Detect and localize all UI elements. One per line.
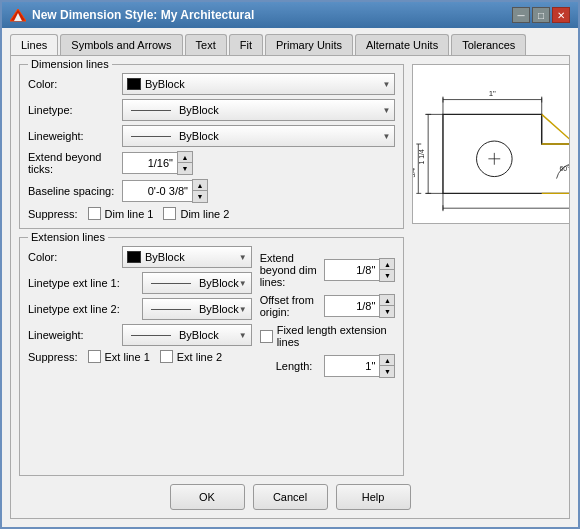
extend-dim-input[interactable] — [324, 259, 379, 281]
ext-line2-label: Ext line 2 — [177, 351, 222, 363]
offset-row: Offset from origin: ▲ ▼ — [260, 294, 396, 318]
baseline-row: Baseline spacing: ▲ ▼ — [28, 179, 395, 203]
ext-lw-preview — [131, 335, 171, 336]
ext-lt2-arrow: ▼ — [239, 305, 247, 314]
dim-line2-checkbox[interactable] — [163, 207, 176, 220]
extend-ticks-input[interactable] — [122, 152, 177, 174]
dialog-window: New Dimension Style: My Architectural ─ … — [0, 0, 580, 529]
svg-text:1 1/4: 1 1/4 — [419, 149, 426, 165]
tab-lines[interactable]: Lines — [10, 34, 58, 55]
help-button[interactable]: Help — [336, 484, 411, 510]
ext-right-panel: Extend beyond dim lines: ▲ ▼ — [260, 246, 396, 380]
baseline-input[interactable] — [122, 180, 192, 202]
svg-text:3/4: 3/4 — [413, 168, 416, 178]
ext-color-arrow: ▼ — [239, 253, 247, 262]
dim-line1-label: Dim line 1 — [105, 208, 154, 220]
tab-primary[interactable]: Primary Units — [265, 34, 353, 55]
ext-line2-checkbox-group: Ext line 2 — [160, 350, 222, 363]
dim-color-text: ByBlock — [127, 78, 185, 90]
offset-input[interactable] — [324, 295, 379, 317]
extend-ticks-spinbox: ▲ ▼ — [122, 151, 193, 175]
title-bar: New Dimension Style: My Architectural ─ … — [2, 2, 578, 28]
dim-lineweight-arrow: ▼ — [382, 132, 390, 141]
dim-color-row: Color: ByBlock ▼ — [28, 73, 395, 95]
extend-dim-label: Extend beyond dim lines: — [260, 252, 321, 288]
dim-lineweight-label: Lineweight: — [28, 130, 118, 142]
tab-text[interactable]: Text — [185, 34, 227, 55]
minimize-button[interactable]: ─ — [512, 7, 530, 23]
dim-line2-label: Dim line 2 — [180, 208, 229, 220]
fixed-length-checkbox-group: Fixed length extension lines — [260, 324, 396, 348]
tab-alternate[interactable]: Alternate Units — [355, 34, 449, 55]
color-swatch-black — [127, 78, 141, 90]
offset-spin-buttons: ▲ ▼ — [379, 294, 395, 318]
ext-lw-label: Lineweight: — [28, 329, 118, 341]
dialog-body: Lines Symbols and Arrows Text Fit Primar… — [2, 28, 578, 527]
extension-lines-section: Extension lines Color: — [19, 237, 404, 476]
ext-lt1-text: ByBlock — [147, 277, 239, 289]
lineweight-preview — [131, 136, 171, 137]
autocad-icon — [10, 7, 26, 23]
baseline-up[interactable]: ▲ — [193, 180, 207, 191]
extend-dim-row: Extend beyond dim lines: ▲ ▼ — [260, 252, 396, 288]
offset-label: Offset from origin: — [260, 294, 321, 318]
tab-symbols[interactable]: Symbols and Arrows — [60, 34, 182, 55]
ext-left: Color: ByBlock ▼ — [28, 246, 252, 380]
length-input[interactable] — [324, 355, 379, 377]
ext-lw-dropdown[interactable]: ByBlock ▼ — [122, 324, 252, 346]
dim-lines-label: Dimension lines — [28, 58, 112, 70]
ext-line2-checkbox[interactable] — [160, 350, 173, 363]
extend-ticks-down[interactable]: ▼ — [178, 163, 192, 174]
ok-button[interactable]: OK — [170, 484, 245, 510]
maximize-button[interactable]: □ — [532, 7, 550, 23]
ext-color-text: ByBlock — [127, 251, 185, 263]
close-button[interactable]: ✕ — [552, 7, 570, 23]
ext-lt2-text: ByBlock — [147, 303, 239, 315]
dim-line1-checkbox-group: Dim line 1 — [88, 207, 154, 220]
line-preview — [131, 110, 171, 111]
dim-color-dropdown[interactable]: ByBlock ▼ — [122, 73, 395, 95]
title-controls: ─ □ ✕ — [512, 7, 570, 23]
extend-ticks-spin-buttons: ▲ ▼ — [177, 151, 193, 175]
dim-line1-checkbox[interactable] — [88, 207, 101, 220]
dialog-title: New Dimension Style: My Architectural — [32, 8, 254, 22]
ext-lt1-label: Linetype ext line 1: — [28, 277, 138, 289]
ext-color-dropdown[interactable]: ByBlock ▼ — [122, 246, 252, 268]
tab-fit[interactable]: Fit — [229, 34, 263, 55]
dim-lineweight-dropdown[interactable]: ByBlock ▼ — [122, 125, 395, 147]
dim-suppress-label: Suppress: — [28, 208, 78, 220]
offset-up[interactable]: ▲ — [380, 295, 394, 306]
baseline-down[interactable]: ▼ — [193, 191, 207, 202]
ext-lines-label: Extension lines — [28, 231, 108, 243]
extend-dim-down[interactable]: ▼ — [380, 270, 394, 281]
dimension-lines-section: Dimension lines Color: ByBlock ▼ — [19, 64, 404, 229]
tab-tolerances[interactable]: Tolerances — [451, 34, 526, 55]
length-row: Length: ▲ ▼ — [260, 354, 396, 378]
ext-lt2-preview — [151, 309, 191, 310]
tab-content-lines: Dimension lines Color: ByBlock ▼ — [10, 55, 570, 519]
ext-lt1-row: Linetype ext line 1: ByBlock ▼ — [28, 272, 252, 294]
ext-line1-checkbox[interactable] — [88, 350, 101, 363]
extend-ticks-up[interactable]: ▲ — [178, 152, 192, 163]
length-up[interactable]: ▲ — [380, 355, 394, 366]
baseline-label: Baseline spacing: — [28, 185, 118, 197]
length-down[interactable]: ▼ — [380, 366, 394, 377]
ext-lt2-row: Linetype ext line 2: ByBlock ▼ — [28, 298, 252, 320]
ext-suppress-label: Suppress: — [28, 351, 78, 363]
fixed-length-checkbox[interactable] — [260, 330, 273, 343]
dim-linetype-row: Linetype: ByBlock ▼ — [28, 99, 395, 121]
ext-lt2-dropdown[interactable]: ByBlock ▼ — [142, 298, 252, 320]
ext-lw-row: Lineweight: ByBlock ▼ — [28, 324, 252, 346]
ext-suppress-row: Suppress: Ext line 1 Ext line 2 — [28, 350, 252, 363]
offset-down[interactable]: ▼ — [380, 306, 394, 317]
preview-svg: 1" 1 1/4 3/4 — [413, 65, 570, 223]
cancel-button[interactable]: Cancel — [253, 484, 328, 510]
ext-lt1-dropdown[interactable]: ByBlock ▼ — [142, 272, 252, 294]
svg-text:60°: 60° — [560, 165, 570, 172]
dim-linetype-dropdown[interactable]: ByBlock ▼ — [122, 99, 395, 121]
dim-linetype-arrow: ▼ — [382, 106, 390, 115]
extend-dim-up[interactable]: ▲ — [380, 259, 394, 270]
dim-color-label: Color: — [28, 78, 118, 90]
baseline-spin-buttons: ▲ ▼ — [192, 179, 208, 203]
baseline-spinbox: ▲ ▼ — [122, 179, 208, 203]
